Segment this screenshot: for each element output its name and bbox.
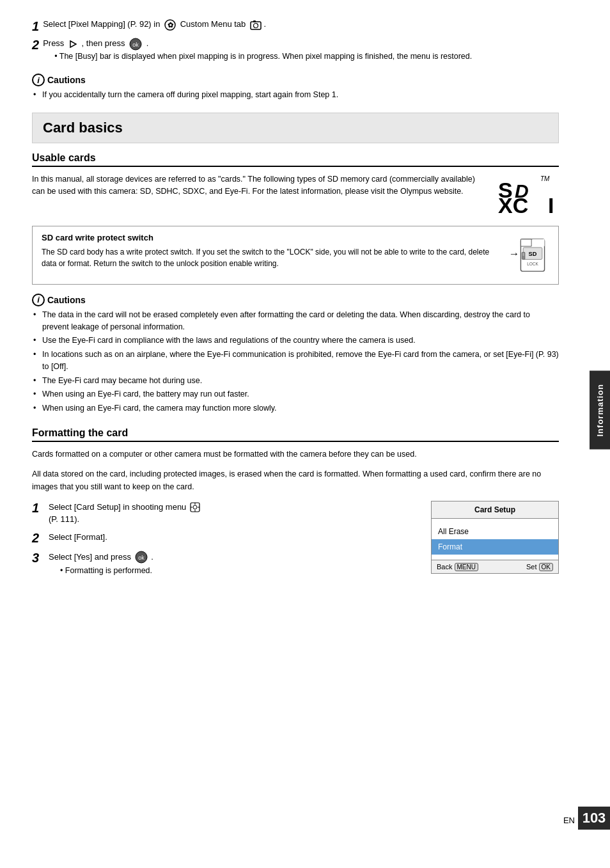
sdxc-logo-svg: S D TM XC I xyxy=(497,173,558,217)
svg-text:ok: ok xyxy=(132,42,139,48)
step-2-number: 2 xyxy=(32,38,39,52)
svg-text:LOCK: LOCK xyxy=(527,262,538,266)
menu-back-text: Back xyxy=(437,563,452,571)
svg-text:SD: SD xyxy=(529,251,537,257)
caution-2-icon: i xyxy=(32,294,45,306)
svg-rect-2 xyxy=(251,22,261,29)
format-step-2-content: Select [Format]. xyxy=(49,531,418,544)
caution-1-items: If you accidentally turn the camera off … xyxy=(32,89,559,101)
usable-cards-heading: Usable cards xyxy=(32,152,559,167)
step-2-content: Press , then press ok . The [Busy] bar i… xyxy=(43,38,559,66)
caution-1-icon: i xyxy=(32,74,45,86)
write-protect-box: SD card write protect switch The SD card… xyxy=(32,226,559,285)
caution-2-item-3: In locations such as on an airplane, whe… xyxy=(32,349,559,373)
format-step-3-row: 3 Select [Yes] and press ok . Formatting… xyxy=(32,551,418,582)
caution-block-2: i Cautions The data in the card will not… xyxy=(32,294,559,414)
svg-text:TM: TM xyxy=(540,175,550,182)
menu-set-symbol: OK xyxy=(539,563,553,571)
format-step-1-num: 1 xyxy=(32,501,45,516)
format-step-3-bullets: Formatting is performed. xyxy=(60,565,418,577)
usable-cards-content: In this manual, all storage devices are … xyxy=(32,173,559,217)
format-step-2-text: Select [Format]. xyxy=(49,532,107,542)
caution-block-1: i Cautions If you accidentally turn the … xyxy=(32,74,559,101)
svg-text:ok: ok xyxy=(138,555,145,561)
caution-2-item-6: When using an Eye-Fi card, the camera ma… xyxy=(32,402,559,414)
step-1-row: 1 Select [Pixel Mapping] (P. 92) in ✿ Cu… xyxy=(32,19,559,34)
format-step-3-bullet: Formatting is performed. xyxy=(60,565,418,577)
svg-point-23 xyxy=(193,505,197,509)
arrow-right-icon xyxy=(68,40,77,49)
caution-1-title: i Cautions xyxy=(32,74,559,86)
menu-item-format: Format xyxy=(432,539,558,555)
sd-card-image: → SD LOCK xyxy=(508,233,549,278)
caution-2-item-2: Use the Eye-Fi card in compliance with t… xyxy=(32,335,559,347)
menu-bottom-bar: Back MENU Set OK xyxy=(432,560,558,573)
camera-tab-icon xyxy=(250,19,262,31)
step-1-suffix: Custom Menu tab xyxy=(180,19,246,29)
svg-rect-21 xyxy=(522,253,524,256)
format-step-2-row: 2 Select [Format]. xyxy=(32,531,418,546)
menu-back-label: Back MENU xyxy=(437,563,478,571)
formatting-heading: Formatting the card xyxy=(32,427,559,442)
step-2-row: 2 Press , then press ok . xyxy=(32,38,559,66)
step-1-main-text: Select [Pixel Mapping] (P. 92) in xyxy=(43,19,160,29)
step-1-number: 1 xyxy=(32,19,39,34)
card-basics-header: Card basics xyxy=(32,113,559,143)
svg-text:XC: XC xyxy=(498,193,528,217)
menu-set-text: Set xyxy=(526,563,537,571)
usable-cards-text: In this manual, all storage devices are … xyxy=(32,173,482,198)
en-label: EN xyxy=(563,816,575,825)
custom-menu-icon: ✿ xyxy=(164,19,176,31)
caution-2-items: The data in the card will not be erased … xyxy=(32,309,559,414)
caution-2-title: i Cautions xyxy=(32,294,559,306)
menu-title: Card Setup xyxy=(432,501,558,519)
caution-2-item-1: The data in the card will not be erased … xyxy=(32,309,559,333)
menu-item-all-erase: All Erase xyxy=(432,524,558,539)
step-2-text: Press , then press ok . xyxy=(43,38,559,51)
formatting-steps-container: 1 Select [Card Setup] in shooting menu xyxy=(32,501,559,587)
menu-set-label: Set OK xyxy=(526,563,553,571)
sd-card-svg: → SD LOCK xyxy=(508,233,549,278)
card-basics-title: Card basics xyxy=(43,120,548,136)
format-step-2-num: 2 xyxy=(32,531,45,546)
format-step-3-suffix: . xyxy=(151,552,153,562)
format-step-1-row: 1 Select [Card Setup] in shooting menu xyxy=(32,501,418,526)
format-step-3-content: Select [Yes] and press ok . Formatting i… xyxy=(49,551,418,582)
formatting-steps-left: 1 Select [Card Setup] in shooting menu xyxy=(32,501,418,587)
step-1-content: Select [Pixel Mapping] (P. 92) in ✿ Cust… xyxy=(43,19,559,31)
caution-2-item-4: The Eye-Fi card may became hot during us… xyxy=(32,375,559,387)
format-ok-icon: ok xyxy=(135,551,148,564)
formatting-section: Formatting the card Cards formatted on a… xyxy=(32,427,559,587)
write-protect-body: The SD card body has a write protect swi… xyxy=(42,246,497,269)
svg-rect-4 xyxy=(253,20,256,22)
format-step-3-num: 3 xyxy=(32,551,45,565)
step-2-bullets: The [Busy] bar is displayed when pixel m… xyxy=(54,52,559,61)
step-1-text: Select [Pixel Mapping] (P. 92) in ✿ Cust… xyxy=(43,19,559,31)
formatting-para-1: Cards formatted on a computer or other c… xyxy=(32,448,559,461)
step-2-bullet-1: The [Busy] bar is displayed when pixel m… xyxy=(54,52,559,61)
svg-text:I: I xyxy=(548,193,554,217)
ok-button-icon: ok xyxy=(129,38,142,51)
formatting-para-2: All data stored on the card, including p… xyxy=(32,468,559,493)
format-step-1-content: Select [Card Setup] in shooting menu xyxy=(49,501,418,526)
page-number-box: 103 xyxy=(578,807,610,830)
write-protect-title: SD card write protect switch xyxy=(42,233,497,242)
caution-1-item-1: If you accidentally turn the camera off … xyxy=(32,89,559,101)
menu-back-symbol: MENU xyxy=(455,563,478,571)
card-setup-menu-screenshot: Card Setup All Erase Format Back MENU Se xyxy=(431,501,559,574)
step-2-press: Press xyxy=(43,38,64,48)
svg-point-3 xyxy=(253,24,258,28)
caution-2-item-5: When using an Eye-Fi card, the battery m… xyxy=(32,388,559,400)
step-2-then: , then press xyxy=(82,38,125,48)
information-side-tab: Information xyxy=(590,371,610,450)
format-step-1-suffix: (P. 111). xyxy=(49,514,79,524)
caution-2-label: Cautions xyxy=(47,295,86,305)
svg-marker-15 xyxy=(520,239,531,246)
shooting-menu-icon xyxy=(190,502,200,512)
svg-text:→: → xyxy=(509,248,520,260)
sdxc-logo: S D TM XC I xyxy=(495,173,559,217)
card-setup-menu: Card Setup All Erase Format Back MENU Se xyxy=(431,501,559,574)
svg-text:✿: ✿ xyxy=(168,21,174,29)
caution-1-label: Cautions xyxy=(47,75,86,85)
format-step-3-text: Select [Yes] and press xyxy=(49,552,131,562)
